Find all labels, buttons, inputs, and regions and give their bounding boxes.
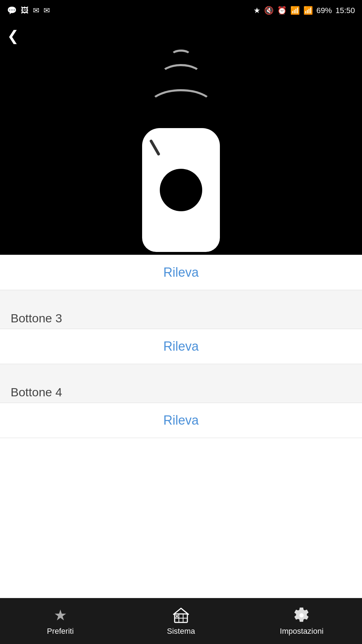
remote-notch	[149, 139, 160, 156]
signal-icon: 📶	[303, 6, 313, 15]
remote-icon-container	[142, 50, 220, 252]
rileva-bottone-3-button[interactable]: Rileva	[0, 329, 362, 364]
rileva-hero-button[interactable]: Rileva	[0, 255, 362, 290]
whatsapp-icon: 💬	[7, 6, 17, 15]
wave-1	[170, 50, 192, 62]
bottone-4-label: Bottone 4	[0, 375, 362, 403]
wave-3	[147, 89, 215, 125]
sms-icon: ✉	[33, 6, 39, 15]
status-icons-left: 💬 🖼 ✉ ✉	[7, 6, 50, 15]
status-icons-right: ★ 🔇 ⏰ 📶 📶 69% 15:50	[253, 6, 355, 15]
wave-2	[160, 64, 202, 87]
section-gap-1	[0, 290, 362, 301]
battery-label: 69%	[316, 6, 332, 15]
status-bar: 💬 🖼 ✉ ✉ ★ 🔇 ⏰ 📶 📶 69% 15:50	[0, 0, 362, 21]
page-wrapper: 💬 🖼 ✉ ✉ ★ 🔇 ⏰ 📶 📶 69% 15:50 ❮	[0, 0, 362, 644]
bottom-nav: ★ Preferiti Sistema	[0, 598, 362, 644]
time-label: 15:50	[335, 6, 355, 15]
gear-icon	[293, 607, 310, 624]
nav-sistema[interactable]: Sistema	[121, 607, 241, 636]
gmail-icon: ✉	[43, 6, 50, 15]
wifi-icon: 📶	[290, 6, 300, 15]
nav-preferiti[interactable]: ★ Preferiti	[0, 606, 121, 636]
scrollable-content: Bottone 3 Rileva Bottone 4 Rileva	[0, 290, 362, 644]
remote-body	[142, 128, 220, 252]
remote-button	[160, 169, 202, 211]
signal-waves	[147, 50, 215, 125]
impostazioni-label: Impostazioni	[280, 627, 324, 636]
bluetooth-icon: ★	[253, 6, 261, 15]
rileva-bottone-4-button[interactable]: Rileva	[0, 403, 362, 438]
home-icon	[173, 607, 189, 624]
section-gap-2	[0, 364, 362, 375]
preferiti-label: Preferiti	[47, 627, 74, 636]
nav-impostazioni[interactable]: Impostazioni	[241, 607, 362, 636]
hero-area: ❮ Rileva	[0, 21, 362, 290]
mute-icon: 🔇	[264, 6, 274, 15]
alarm-icon: ⏰	[277, 6, 287, 15]
back-button[interactable]: ❮	[7, 28, 19, 44]
star-icon: ★	[54, 606, 67, 624]
image-icon: 🖼	[21, 6, 29, 15]
bottone-3-label: Bottone 3	[0, 301, 362, 329]
sistema-label: Sistema	[167, 627, 195, 636]
